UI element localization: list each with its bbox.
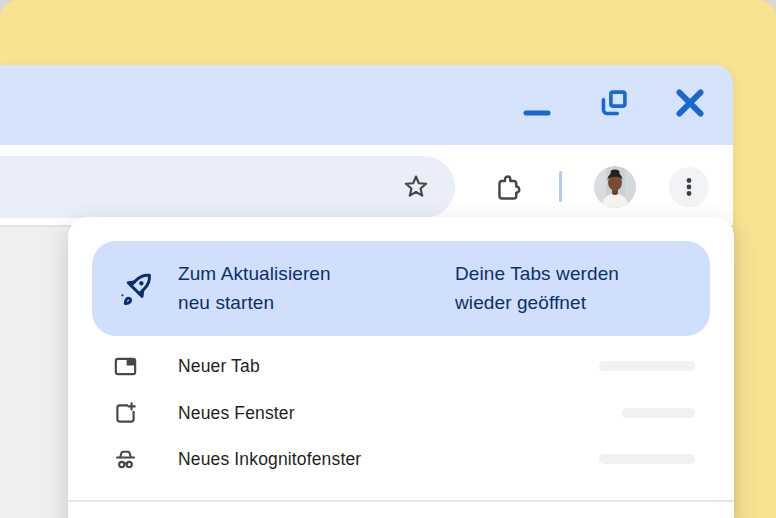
browser-toolbar xyxy=(0,145,733,225)
profile-avatar xyxy=(594,166,636,208)
shortcut-placeholder xyxy=(622,408,695,418)
banner-title: Zum Aktualisieren neu starten xyxy=(178,259,331,317)
minimize-icon xyxy=(523,110,551,116)
bookmark-star-icon xyxy=(401,172,431,202)
shortcut-placeholder xyxy=(599,361,695,371)
bookmark-button[interactable] xyxy=(399,170,433,204)
close-button[interactable] xyxy=(672,85,708,121)
rocket-icon xyxy=(114,265,162,313)
shortcut-placeholder xyxy=(599,454,695,464)
extensions-puzzle-icon xyxy=(493,172,524,203)
menu-item-label: Neuer Tab xyxy=(178,356,260,377)
menu-item-label: Neues Fenster xyxy=(178,403,295,424)
menu-divider xyxy=(68,500,734,502)
address-bar[interactable] xyxy=(0,156,455,218)
incognito-icon xyxy=(112,446,139,473)
window-titlebar xyxy=(0,65,733,145)
browser-dropdown-menu: Zum Aktualisieren neu starten Deine Tabs… xyxy=(68,217,734,518)
marketing-backdrop: Zum Aktualisieren neu starten Deine Tabs… xyxy=(0,0,776,518)
restore-icon xyxy=(599,88,629,118)
menu-item-new-incognito-window[interactable]: Neues Inkognitofenster xyxy=(68,436,734,482)
extensions-button[interactable] xyxy=(491,170,525,204)
close-icon xyxy=(675,88,705,118)
menu-item-new-window[interactable]: Neues Fenster xyxy=(68,390,734,436)
profile-button[interactable] xyxy=(594,166,636,208)
browser-menu-button[interactable] xyxy=(669,167,709,207)
new-tab-icon xyxy=(112,353,139,380)
menu-item-label: Neues Inkognitofenster xyxy=(178,449,361,470)
restart-to-update-banner[interactable]: Zum Aktualisieren neu starten Deine Tabs… xyxy=(92,241,710,336)
new-window-icon xyxy=(112,400,139,427)
toolbar-separator xyxy=(559,171,562,202)
banner-subtitle: Deine Tabs werden wieder geöffnet xyxy=(455,259,619,317)
minimize-button[interactable] xyxy=(519,95,555,131)
restore-button[interactable] xyxy=(596,85,632,121)
more-vert-icon xyxy=(676,174,702,200)
menu-item-new-tab[interactable]: Neuer Tab xyxy=(68,343,734,389)
